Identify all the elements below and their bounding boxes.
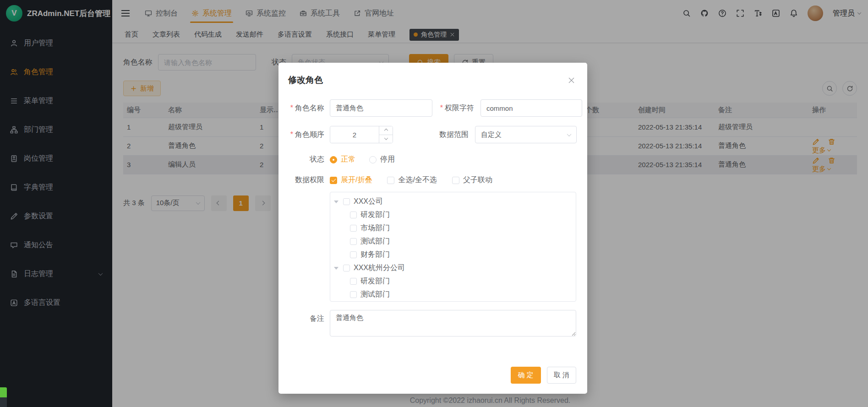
checkbox-label: 全选/全不选 — [398, 175, 437, 185]
form-row: 角色名称 权限字符 — [278, 99, 587, 117]
tree-node-label: 研发部门 — [360, 210, 390, 220]
checkbox-label: 展开/折叠 — [341, 175, 372, 185]
status-label: 状态 — [278, 155, 324, 164]
tree-node-child[interactable]: 测试部门 — [330, 288, 576, 301]
dialog-body: 角色名称 权限字符 角色顺序 数据范围 自定义 — [278, 86, 587, 336]
tree-node-label: XXX公司 — [354, 197, 383, 206]
stepper-controls — [379, 126, 393, 143]
remark-row: 备注 普通角色 — [278, 310, 587, 336]
remark-field[interactable]: 普通角色 — [330, 310, 576, 336]
dialog-footer: 确 定 取 消 — [278, 367, 587, 394]
tree-checkbox[interactable] — [350, 251, 357, 258]
confirm-button[interactable]: 确 定 — [511, 367, 541, 384]
chevron-down-icon — [567, 132, 572, 136]
chevron-up-icon — [384, 129, 388, 132]
role-order-label: 角色顺序 — [278, 130, 324, 140]
radio-normal[interactable]: 正常 — [330, 155, 355, 164]
perm-char-field[interactable] — [480, 99, 582, 117]
role-name-field[interactable] — [330, 99, 432, 117]
tree-node-child[interactable]: 市场部门 — [330, 222, 576, 235]
tree-node-parent[interactable]: XXX杭州分公司 — [330, 261, 576, 275]
data-scope-label: 数据范围 — [432, 130, 469, 140]
cancel-button[interactable]: 取 消 — [547, 367, 576, 384]
tree-node-label: 市场部门 — [360, 223, 390, 233]
form-row: 角色顺序 数据范围 自定义 — [278, 126, 587, 143]
tree-node-child[interactable]: 研发部门 — [330, 275, 576, 288]
radio-icon — [369, 156, 377, 163]
tree-checkbox[interactable] — [350, 212, 357, 218]
role-name-label: 角色名称 — [278, 103, 324, 113]
checkbox-label: 父子联动 — [463, 175, 492, 185]
tree-checkbox[interactable] — [350, 291, 357, 298]
perm-char-label: 权限字符 — [438, 103, 474, 113]
increase-button[interactable] — [379, 126, 393, 135]
role-order-stepper — [330, 126, 393, 143]
checkbox-icon — [330, 177, 337, 184]
dialog-title: 修改角色 — [288, 75, 323, 85]
status-row: 状态 正常 停用 — [278, 155, 587, 164]
app-root: V ZRAdmin.NET后台管理 用户管理 角色管理 菜单管理 部门管理 — [0, 0, 868, 407]
edit-role-dialog: 修改角色 角色名称 权限字符 角色顺序 数据范围 — [278, 63, 587, 394]
tree-checkbox[interactable] — [350, 278, 357, 285]
tree-node-child[interactable]: 研发部门 — [330, 208, 576, 222]
tree-node-label: 测试部门 — [360, 237, 390, 246]
radio-label: 正常 — [341, 155, 355, 164]
tree-node-label: 财务部门 — [360, 250, 390, 260]
extension-badge — [0, 387, 7, 407]
tree-checkbox[interactable] — [350, 225, 357, 232]
checkbox-parent-child[interactable]: 父子联动 — [452, 175, 492, 185]
tree-checkbox[interactable] — [343, 198, 350, 205]
data-permission-row: 数据权限 展开/折叠 全选/全不选 父子联动 — [278, 175, 587, 185]
dialog-header: 修改角色 — [278, 63, 587, 86]
tree-node-child[interactable]: 测试部门 — [330, 235, 576, 248]
close-icon[interactable] — [568, 77, 575, 84]
radio-label: 停用 — [380, 155, 395, 164]
dept-tree: XXX公司 研发部门 市场部门 测试部门 财务部门 — [330, 192, 576, 302]
caret-down-icon[interactable] — [334, 201, 338, 203]
data-permission-label: 数据权限 — [278, 175, 324, 185]
tree-checkbox[interactable] — [343, 265, 350, 271]
decrease-button[interactable] — [379, 135, 393, 143]
checkbox-expand-collapse[interactable]: 展开/折叠 — [330, 175, 372, 185]
radio-icon — [330, 156, 337, 163]
tree-node-label: 研发部门 — [360, 277, 390, 286]
radio-disabled[interactable]: 停用 — [369, 155, 395, 164]
data-scope-value: 自定义 — [481, 130, 502, 139]
tree-node-label: 测试部门 — [360, 290, 390, 299]
tree-node-child[interactable]: 财务部门 — [330, 248, 576, 261]
checkbox-select-all[interactable]: 全选/全不选 — [387, 175, 437, 185]
chevron-down-icon — [384, 136, 388, 140]
caret-down-icon[interactable] — [334, 267, 338, 270]
tree-checkbox[interactable] — [350, 238, 357, 245]
remark-label: 备注 — [278, 314, 324, 336]
checkbox-icon — [387, 177, 394, 184]
tree-node-label: XXX杭州分公司 — [354, 263, 405, 273]
tree-node-parent[interactable]: XXX公司 — [330, 195, 576, 208]
data-scope-select[interactable]: 自定义 — [475, 126, 577, 143]
checkbox-icon — [452, 177, 459, 184]
